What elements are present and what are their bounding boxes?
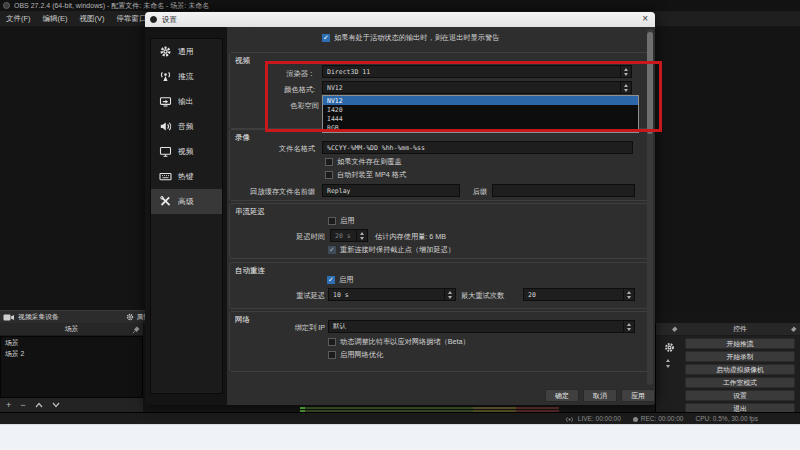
start-streaming-button[interactable]: 开始推流	[685, 338, 795, 349]
pin-icon[interactable]	[671, 326, 678, 333]
dynamic-bitrate-checkbox[interactable]: 动态调整比特率以应对网络拥堵（Beta）	[328, 337, 470, 347]
auto-reconnect-group: 自动重连	[229, 262, 652, 309]
settings-button[interactable]: 设置	[685, 390, 795, 401]
spinner-arrows-icon	[623, 321, 634, 332]
move-scene-up-button[interactable]	[35, 402, 43, 408]
network-optimize-checkbox[interactable]: 启用网络优化	[328, 350, 383, 360]
scene-item[interactable]: 场景	[1, 337, 142, 348]
reconnect-enable-checkbox[interactable]: ✓ 启用	[327, 275, 353, 285]
filename-format-input[interactable]: %CCYY-%MM-%DD %hh-%mm-%ss	[322, 141, 633, 154]
properties-gear-icon	[126, 313, 134, 321]
sidebar-item-general[interactable]: 通用	[151, 39, 222, 64]
rec-dot-icon	[633, 417, 638, 422]
scene-list: 场景 场景 2	[0, 336, 143, 398]
audio-mixer-sliver	[655, 323, 680, 412]
sidebar-item-output[interactable]: 输出	[151, 89, 222, 114]
replay-suffix-input[interactable]	[492, 184, 635, 197]
tools-icon	[159, 195, 172, 208]
replay-prefix-input[interactable]: Replay	[322, 184, 460, 197]
gear-icon	[159, 45, 172, 58]
sidebar-item-advanced[interactable]: 高级	[151, 189, 222, 214]
red-annotation-rectangle	[265, 61, 662, 132]
obs-logo-icon	[150, 16, 157, 23]
stream-delay-enable-checkbox[interactable]: 启用	[328, 216, 354, 226]
start-recording-button[interactable]: 开始录制	[685, 351, 795, 362]
keyboard-icon	[159, 170, 172, 183]
move-scene-down-button[interactable]	[52, 402, 60, 408]
monitor-icon	[159, 145, 172, 158]
broadcast-icon	[565, 416, 574, 423]
scenes-panel-header: 场景	[0, 323, 143, 336]
broadcast-antenna-icon	[159, 70, 172, 83]
dialog-title: 设置	[162, 15, 177, 25]
source-label: 视频采集设备	[18, 312, 59, 322]
start-virtual-camera-button[interactable]: 启动虚拟摄像机	[685, 364, 795, 375]
checkbox-checked-disabled-icon: ✓	[328, 246, 336, 254]
apply-button[interactable]: 应用	[621, 389, 655, 402]
menu-edit[interactable]: 编辑(E)	[37, 14, 74, 24]
bind-ip-select[interactable]: 默认	[328, 320, 635, 333]
mixer-volume-stepper[interactable]	[666, 359, 670, 368]
sidebar-item-stream[interactable]: 推流	[151, 64, 222, 89]
checkbox-unchecked-icon	[328, 338, 336, 346]
checkbox-checked-icon: ✓	[327, 276, 335, 284]
cancel-button[interactable]: 取消	[583, 389, 617, 402]
cpu-status: CPU: 0.5%, 30.00 fps	[695, 415, 758, 422]
scene-toolbar: + −	[0, 398, 143, 412]
max-retries-spinner[interactable]: 20	[523, 288, 635, 301]
remove-scene-button[interactable]: −	[20, 400, 25, 410]
source-row[interactable]: 视频采集设备 属性	[0, 310, 152, 323]
checkbox-unchecked-icon	[328, 217, 336, 225]
close-icon[interactable]: ×	[642, 13, 648, 24]
obs-logo-icon	[3, 2, 10, 9]
settings-dialog: 设置 × 通用 推流 输出 音频	[145, 12, 655, 405]
pin-icon[interactable]	[133, 326, 140, 333]
spinner-arrows-icon	[623, 289, 634, 300]
preserve-cutoff-checkbox[interactable]: ✓ 重新连接时保持截止点（增加延迟）	[328, 245, 455, 255]
checkbox-unchecked-icon	[325, 158, 333, 166]
camera-icon	[3, 313, 15, 322]
settings-sidebar: 通用 推流 输出 音频 视频	[145, 27, 227, 405]
sidebar-item-audio[interactable]: 音频	[151, 114, 222, 139]
retry-delay-spinner[interactable]: 10 s	[328, 288, 456, 301]
window-title: OBS 27.2.4 (64-bit, windows) - 配置文件: 未命名…	[14, 1, 209, 11]
add-scene-button[interactable]: +	[6, 400, 11, 410]
live-status: LIVE: 00:00:00	[565, 415, 621, 423]
exit-warning-checkbox[interactable]: ✓ 如果有处于活动状态的输出时，则在退出时显示警告	[322, 33, 499, 43]
rec-status: REC: 00:00:00	[633, 415, 684, 422]
pin-icon[interactable]	[790, 326, 797, 333]
windows-taskbar: 1 5°C 局部晴朗	[0, 424, 800, 450]
studio-mode-button[interactable]: 工作室模式	[685, 377, 795, 388]
spinner-arrows-icon	[444, 289, 455, 300]
checkbox-checked-icon: ✓	[322, 34, 330, 42]
scene-item[interactable]: 场景 2	[1, 348, 142, 359]
obs-titlebar[interactable]: OBS 27.2.4 (64-bit, windows) - 配置文件: 未命名…	[0, 0, 800, 11]
menu-view[interactable]: 视图(V)	[74, 14, 111, 24]
output-icon	[159, 95, 172, 108]
checkbox-unchecked-icon	[325, 171, 333, 179]
overwrite-checkbox[interactable]: 如果文件存在则覆盖	[325, 157, 402, 167]
dialog-titlebar[interactable]: 设置 ×	[145, 12, 655, 27]
controls-panel: 控件 开始推流 开始录制 启动虚拟摄像机 工作室模式 设置 退出	[680, 323, 800, 412]
mixer-gear-icon[interactable]	[664, 342, 675, 353]
controls-title: 控件	[733, 324, 747, 334]
sidebar-item-video[interactable]: 视频	[151, 139, 222, 164]
checkbox-unchecked-icon	[328, 351, 336, 359]
status-bar: LIVE: 00:00:00 REC: 00:00:00 CPU: 0.5%, …	[0, 412, 800, 424]
scenes-title: 场景	[65, 324, 79, 334]
desktop: OBS 27.2.4 (64-bit, windows) - 配置文件: 未命名…	[0, 0, 800, 450]
ok-button[interactable]: 确定	[545, 389, 579, 402]
spinner-arrows-icon	[356, 230, 367, 241]
remux-mp4-checkbox[interactable]: 自动封装至 MP4 格式	[325, 170, 406, 180]
delay-duration-spinner[interactable]: 20 s	[330, 229, 368, 242]
sidebar-item-hotkeys[interactable]: 热键	[151, 164, 222, 189]
menu-file[interactable]: 文件(F)	[0, 14, 37, 24]
speaker-icon	[159, 120, 172, 133]
